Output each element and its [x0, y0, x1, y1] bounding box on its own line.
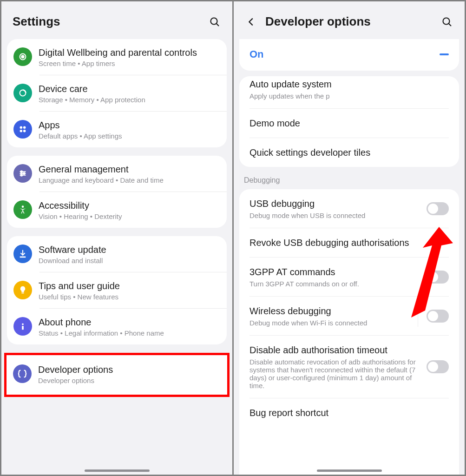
item-title: Digital Wellbeing and parental controls — [39, 46, 217, 59]
item-subtitle: Language and keyboard • Date and time — [39, 176, 217, 184]
developer-icon — [13, 364, 32, 383]
item-subtitle: Developer options — [38, 377, 218, 384]
option-title: Wireless debugging — [249, 305, 409, 317]
svg-rect-19 — [22, 326, 24, 330]
back-icon — [246, 17, 256, 27]
svg-line-1 — [217, 23, 219, 26]
svg-point-14 — [20, 174, 22, 176]
option-title: USB debugging — [249, 198, 420, 210]
update-icon — [13, 245, 32, 263]
svg-point-5 — [20, 126, 23, 129]
settings-item[interactable]: Tips and user guide Useful tips • New fe… — [7, 272, 227, 308]
option-subtitle: Disable automatic revocation of adb auth… — [249, 358, 420, 390]
on-label: On — [249, 48, 264, 60]
svg-rect-22 — [440, 53, 449, 55]
search-icon — [209, 16, 220, 27]
svg-point-15 — [22, 205, 24, 208]
svg-point-8 — [23, 130, 26, 132]
developer-options-highlight: Developer options Developer options — [4, 353, 230, 397]
item-subtitle: Vision • Hearing • Dexterity — [39, 212, 217, 220]
general-icon — [13, 164, 32, 183]
option-title: Demo mode — [249, 117, 449, 129]
item-subtitle: Useful tips • New features — [39, 293, 217, 301]
dev-option-item[interactable]: Auto update system Apply updates when th… — [239, 76, 459, 108]
gesture-handle — [317, 469, 382, 472]
item-title: Tips and user guide — [39, 280, 217, 292]
about-icon — [13, 317, 32, 336]
svg-point-6 — [23, 126, 26, 129]
gesture-handle — [85, 469, 150, 472]
developer-header: Developer options — [234, 1, 465, 39]
page-title: Developer options — [265, 14, 440, 29]
section-header-debugging: Debugging — [234, 167, 465, 189]
settings-item[interactable]: Software update Download and install — [7, 236, 227, 272]
accessibility-icon — [13, 200, 32, 219]
settings-item[interactable]: General management Language and keyboard… — [7, 156, 227, 192]
svg-point-7 — [20, 130, 23, 132]
svg-rect-17 — [21, 293, 24, 294]
toggle-switch[interactable] — [427, 310, 449, 323]
option-subtitle: Turn 3GPP AT commands on or off. — [249, 280, 420, 288]
settings-group: General management Language and keyboard… — [7, 156, 227, 228]
svg-point-20 — [443, 18, 450, 24]
settings-item[interactable]: Device care Storage • Memory • App prote… — [7, 75, 227, 111]
back-button[interactable] — [245, 15, 258, 28]
item-title: About phone — [39, 316, 217, 328]
dev-option-item[interactable]: Revoke USB debugging authorisations — [239, 228, 459, 257]
settings-item-developer[interactable]: Developer options Developer options — [7, 355, 227, 395]
dev-option-item[interactable]: USB debugging Debug mode when USB is con… — [239, 189, 459, 228]
settings-item[interactable]: About phone Status • Legal information •… — [7, 309, 227, 344]
toggle-switch[interactable] — [427, 202, 449, 215]
item-title: General management — [39, 163, 217, 175]
page-title: Settings — [13, 14, 208, 29]
toggle-on-icon — [436, 52, 449, 57]
toggle-switch[interactable] — [427, 271, 449, 284]
settings-screen: Settings Digital Wellbeing and parental … — [1, 1, 232, 475]
settings-group: Software update Download and install Tip… — [7, 236, 227, 344]
option-title: 3GPP AT commands — [249, 266, 420, 278]
developer-options-screen: Developer options On Auto update system … — [234, 1, 465, 475]
dev-option-item[interactable]: Demo mode — [239, 109, 459, 138]
settings-item[interactable]: Accessibility Vision • Hearing • Dexteri… — [7, 192, 227, 228]
item-title: Developer options — [38, 364, 218, 376]
option-title: Auto update system — [249, 78, 449, 90]
dev-option-item[interactable]: Quick settings developer tiles — [239, 138, 459, 167]
option-title: Quick settings developer tiles — [249, 146, 449, 159]
devicecare-icon — [13, 84, 32, 102]
search-button[interactable] — [440, 15, 453, 28]
dev-option-item[interactable]: Disable adb authorisation timeout Disabl… — [239, 336, 459, 398]
option-subtitle: Debug mode when USB is connected — [249, 212, 420, 219]
item-subtitle: Download and install — [39, 257, 217, 264]
settings-header: Settings — [1, 1, 232, 39]
toggle-switch[interactable] — [427, 360, 449, 373]
item-title: Software update — [39, 244, 217, 256]
svg-point-18 — [22, 324, 24, 325]
settings-item[interactable]: Apps Default apps • App settings — [7, 112, 227, 147]
option-title: Bug report shortcut — [249, 407, 449, 419]
search-button[interactable] — [208, 15, 221, 28]
svg-point-12 — [20, 171, 22, 173]
option-title: Revoke USB debugging authorisations — [249, 237, 449, 249]
item-title: Accessibility — [39, 199, 217, 212]
item-subtitle: Storage • Memory • App protection — [39, 96, 217, 104]
settings-group: Digital Wellbeing and parental controls … — [7, 39, 227, 147]
option-subtitle: Apply updates when the p — [249, 92, 449, 100]
option-title: Disable adb authorisation timeout — [249, 344, 420, 356]
svg-point-0 — [211, 18, 217, 24]
wellbeing-icon — [13, 47, 32, 66]
item-subtitle: Status • Legal information • Phone name — [39, 329, 217, 337]
apps-icon — [13, 120, 32, 139]
dev-option-item[interactable]: 3GPP AT commands Turn 3GPP AT commands o… — [239, 258, 459, 296]
svg-point-3 — [21, 55, 24, 58]
dev-option-item[interactable]: Wireless debugging Debug mode when Wi-Fi… — [239, 297, 459, 335]
item-title: Apps — [39, 119, 217, 131]
option-subtitle: Debug mode when Wi-Fi is connected — [249, 319, 409, 327]
tips-icon — [13, 281, 32, 299]
master-toggle-card[interactable]: On — [239, 39, 459, 71]
item-title: Device care — [39, 83, 217, 95]
settings-item[interactable]: Digital Wellbeing and parental controls … — [7, 39, 227, 75]
search-icon — [441, 16, 453, 27]
item-subtitle: Default apps • App settings — [39, 132, 217, 140]
dev-option-item[interactable]: Bug report shortcut — [239, 398, 459, 419]
item-subtitle: Screen time • App timers — [39, 60, 217, 67]
